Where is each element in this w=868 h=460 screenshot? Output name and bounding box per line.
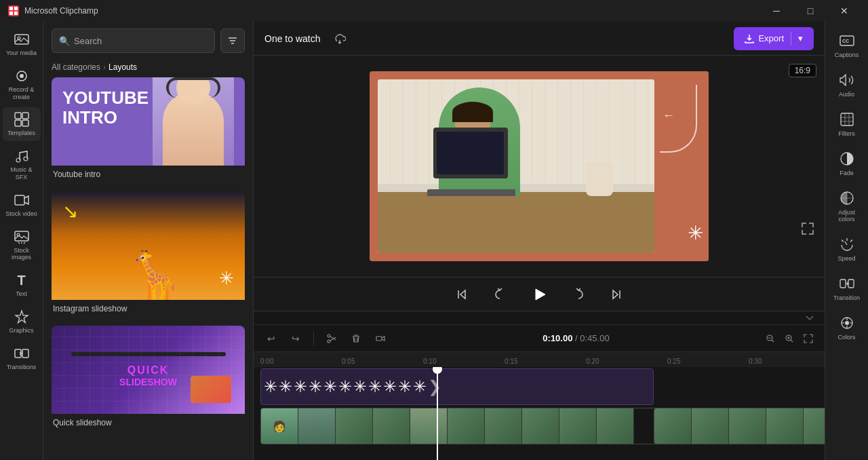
quick-slideshow-label: Quick slideshow bbox=[52, 414, 245, 432]
templates-list: YOUTUBEINTRO Youtube intro bbox=[43, 77, 253, 460]
video-main-frame bbox=[378, 79, 654, 253]
right-item-captions[interactable]: CC Captions bbox=[828, 27, 866, 64]
right-item-audio[interactable]: Audio bbox=[828, 66, 866, 103]
template-youtube-intro[interactable]: YOUTUBEINTRO Youtube intro bbox=[52, 77, 245, 183]
playhead[interactable] bbox=[437, 367, 438, 460]
search-area: 🔍 Search bbox=[43, 22, 253, 60]
cloud-sync-icon[interactable] bbox=[329, 28, 351, 50]
template-quick-slideshow[interactable]: QUICK SLIDESHOW Quick slideshow bbox=[52, 326, 245, 432]
sidebar-item-transitions[interactable]: Transitions bbox=[3, 341, 41, 375]
right-item-colors[interactable]: Colors bbox=[828, 309, 866, 346]
skip-back-button[interactable] bbox=[451, 284, 473, 305]
desk bbox=[378, 192, 654, 253]
sidebar-item-text[interactable]: T Text bbox=[3, 268, 41, 302]
instagram-preview: ↘ 🦒 ✳ bbox=[52, 191, 245, 300]
track-animation: ✳ ✳ ✳ ✳ ✳ ✳ ✳ ✳ ✳ ✳ ✳ ❯ bbox=[254, 367, 825, 406]
export-chevron-icon: ▾ bbox=[798, 33, 803, 43]
ext-frame3 bbox=[729, 408, 766, 444]
ext-frame4 bbox=[766, 408, 804, 444]
undo-button[interactable]: ↩ bbox=[262, 329, 281, 348]
svg-rect-3 bbox=[14, 12, 18, 15]
ruler-mark-0:15: 0:15 bbox=[505, 358, 586, 365]
zoom-out-button[interactable] bbox=[762, 330, 778, 347]
transitions-icon bbox=[14, 345, 30, 362]
sidebar-item-graphics[interactable]: Graphics bbox=[3, 305, 41, 339]
timeline-toolbar: ↩ ↪ bbox=[254, 325, 825, 352]
redo-button[interactable]: ↪ bbox=[286, 329, 305, 348]
search-box[interactable]: 🔍 Search bbox=[52, 28, 215, 53]
main-area: One to watch Export ▾ 16:9 bbox=[254, 22, 825, 460]
frame5 bbox=[410, 408, 448, 444]
current-time: 0:10.00 bbox=[542, 333, 572, 343]
svg-point-7 bbox=[20, 74, 24, 78]
sidebar-item-templates[interactable]: Templates bbox=[3, 107, 41, 141]
qs-quick-text: QUICK bbox=[127, 364, 170, 377]
svg-rect-1 bbox=[14, 7, 18, 10]
svg-rect-0 bbox=[9, 7, 13, 10]
maximize-button[interactable]: □ bbox=[795, 0, 826, 22]
sidebar-label-text: Text bbox=[16, 290, 27, 298]
colors-icon bbox=[839, 315, 855, 331]
sidebar-item-stock-video[interactable]: Stock video bbox=[3, 188, 41, 222]
play-button[interactable] bbox=[527, 282, 551, 307]
expand-timeline-button[interactable] bbox=[800, 330, 816, 347]
sidebar-item-stock-images[interactable]: Stock images bbox=[3, 225, 41, 266]
close-button[interactable]: ✕ bbox=[829, 0, 860, 22]
animation-track-clip[interactable]: ✳ ✳ ✳ ✳ ✳ ✳ ✳ ✳ ✳ ✳ ✳ ❯ bbox=[260, 368, 654, 405]
track-video-extended bbox=[654, 406, 825, 446]
zoom-in-button[interactable] bbox=[781, 330, 797, 347]
template-instagram-slideshow[interactable]: ↘ 🦒 ✳ Instagram slideshow bbox=[52, 191, 245, 318]
laptop-screen-content bbox=[437, 132, 504, 175]
text-icon: T bbox=[14, 272, 30, 288]
sf3: ✳ bbox=[294, 377, 307, 396]
ruler-mark-0:05: 0:05 bbox=[342, 358, 423, 365]
right-item-fade[interactable]: Fade bbox=[828, 145, 866, 182]
fast-forward-button[interactable] bbox=[568, 284, 589, 305]
export-button[interactable]: Export ▾ bbox=[734, 27, 814, 50]
captions-label: Captions bbox=[835, 52, 859, 58]
cut-button[interactable] bbox=[322, 329, 341, 348]
svg-rect-4 bbox=[15, 35, 28, 44]
right-item-filters[interactable]: Filters bbox=[828, 106, 866, 142]
search-input[interactable]: Search bbox=[74, 36, 208, 46]
timeline-collapse-handle[interactable] bbox=[254, 311, 825, 325]
detach-audio-button[interactable] bbox=[371, 329, 390, 348]
sidebar-item-your-media[interactable]: Your media bbox=[3, 27, 41, 61]
fade-label: Fade bbox=[840, 170, 854, 176]
skip-forward-button[interactable] bbox=[606, 284, 627, 305]
svg-point-35 bbox=[845, 321, 849, 325]
svg-rect-8 bbox=[15, 113, 21, 119]
captions-icon: CC bbox=[839, 33, 855, 49]
frame7 bbox=[485, 408, 522, 444]
graphics-icon bbox=[14, 309, 30, 325]
svg-point-23 bbox=[328, 334, 330, 337]
delete-button[interactable] bbox=[347, 329, 366, 348]
svg-rect-18 bbox=[22, 349, 28, 358]
sidebar-label-record: Record & create bbox=[5, 86, 38, 101]
filter-button[interactable] bbox=[220, 28, 245, 53]
minimize-button[interactable]: ─ bbox=[761, 0, 792, 22]
frame8 bbox=[522, 408, 559, 444]
sidebar-label-stock-images: Stock images bbox=[5, 247, 38, 262]
right-item-transition[interactable]: Transition bbox=[828, 270, 866, 307]
breadcrumb-separator: › bbox=[103, 62, 106, 72]
breadcrumb-all[interactable]: All categories bbox=[52, 62, 100, 72]
tracks-container: ✳ ✳ ✳ ✳ ✳ ✳ ✳ ✳ ✳ ✳ ✳ ❯ bbox=[254, 367, 825, 460]
svg-rect-33 bbox=[848, 280, 854, 288]
templates-panel: 🔍 Search All categories › Layouts YOUTUB… bbox=[43, 22, 254, 460]
fullscreen-button[interactable] bbox=[802, 223, 814, 237]
sidebar-item-record[interactable]: Record & create bbox=[3, 64, 41, 105]
music-icon bbox=[14, 148, 30, 164]
fade-icon bbox=[839, 151, 855, 167]
video-track-extended-clip[interactable] bbox=[654, 408, 825, 444]
right-item-speed[interactable]: Speed bbox=[828, 231, 866, 267]
svg-rect-9 bbox=[22, 113, 28, 119]
sf2: ✳ bbox=[279, 377, 292, 396]
rewind-button[interactable] bbox=[489, 284, 511, 305]
right-item-adjust-colors[interactable]: Adjust colors bbox=[828, 185, 866, 228]
ext-frame2 bbox=[692, 408, 729, 444]
ext-frame5 bbox=[804, 408, 825, 444]
sidebar-item-music[interactable]: Music & SFX bbox=[3, 144, 41, 185]
timeline-content: 0:00 0:05 0:10 0:15 0:20 0:25 0:30 0:35 bbox=[254, 352, 825, 460]
time-display: 0:10.00 / 0:45.00 bbox=[542, 333, 609, 343]
